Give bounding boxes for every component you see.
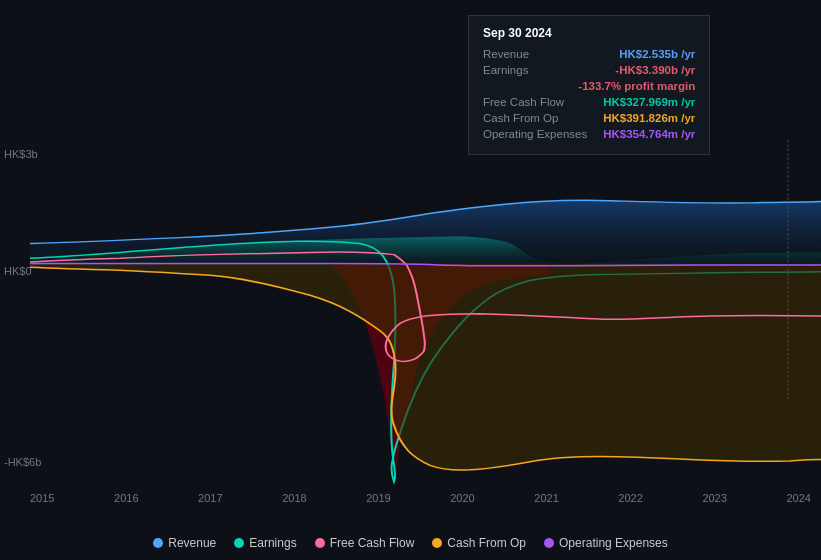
legend-label-earnings: Earnings	[249, 536, 296, 550]
x-label-2020: 2020	[450, 492, 474, 504]
tooltip-row-opex: Operating Expenses HK$354.764m /yr	[483, 128, 695, 140]
x-label-2015: 2015	[30, 492, 54, 504]
legend-label-cashop: Cash From Op	[447, 536, 526, 550]
legend-dot-earnings	[234, 538, 244, 548]
legend-dot-cashop	[432, 538, 442, 548]
legend-item-revenue[interactable]: Revenue	[153, 536, 216, 550]
tooltip-row-margin: -133.7% profit margin	[483, 80, 695, 92]
tooltip-value-margin: -133.7% profit margin	[578, 80, 695, 92]
x-label-2022: 2022	[618, 492, 642, 504]
legend-label-revenue: Revenue	[168, 536, 216, 550]
tooltip-value-opex: HK$354.764m /yr	[603, 128, 695, 140]
legend-dot-fcf	[315, 538, 325, 548]
x-label-2023: 2023	[702, 492, 726, 504]
chart-container: Sep 30 2024 Revenue HK$2.535b /yr Earnin…	[0, 0, 821, 560]
tooltip-label-revenue: Revenue	[483, 48, 529, 60]
legend-item-earnings[interactable]: Earnings	[234, 536, 296, 550]
legend-dot-revenue	[153, 538, 163, 548]
legend-label-fcf: Free Cash Flow	[330, 536, 415, 550]
tooltip-value-revenue: HK$2.535b /yr	[619, 48, 695, 60]
x-label-2019: 2019	[366, 492, 390, 504]
tooltip-value-fcf: HK$327.969m /yr	[603, 96, 695, 108]
chart-svg	[0, 140, 821, 495]
x-label-2017: 2017	[198, 492, 222, 504]
tooltip-row-earnings: Earnings -HK$3.390b /yr	[483, 64, 695, 76]
tooltip-row-fcf: Free Cash Flow HK$327.969m /yr	[483, 96, 695, 108]
x-axis-labels: 2015 2016 2017 2018 2019 2020 2021 2022 …	[30, 492, 811, 504]
tooltip-label-fcf: Free Cash Flow	[483, 96, 564, 108]
tooltip-value-earnings: -HK$3.390b /yr	[615, 64, 695, 76]
legend-label-opex: Operating Expenses	[559, 536, 668, 550]
tooltip-date: Sep 30 2024	[483, 26, 695, 40]
tooltip-row-revenue: Revenue HK$2.535b /yr	[483, 48, 695, 60]
tooltip-row-cashop: Cash From Op HK$391.826m /yr	[483, 112, 695, 124]
x-label-2016: 2016	[114, 492, 138, 504]
legend-item-fcf[interactable]: Free Cash Flow	[315, 536, 415, 550]
legend: Revenue Earnings Free Cash Flow Cash Fro…	[0, 536, 821, 550]
x-label-2024: 2024	[786, 492, 810, 504]
x-label-2018: 2018	[282, 492, 306, 504]
tooltip: Sep 30 2024 Revenue HK$2.535b /yr Earnin…	[468, 15, 710, 155]
legend-item-opex[interactable]: Operating Expenses	[544, 536, 668, 550]
tooltip-label-earnings: Earnings	[483, 64, 528, 76]
tooltip-label-opex: Operating Expenses	[483, 128, 587, 140]
tooltip-value-cashop: HK$391.826m /yr	[603, 112, 695, 124]
tooltip-label-cashop: Cash From Op	[483, 112, 558, 124]
x-label-2021: 2021	[534, 492, 558, 504]
legend-dot-opex	[544, 538, 554, 548]
legend-item-cashop[interactable]: Cash From Op	[432, 536, 526, 550]
